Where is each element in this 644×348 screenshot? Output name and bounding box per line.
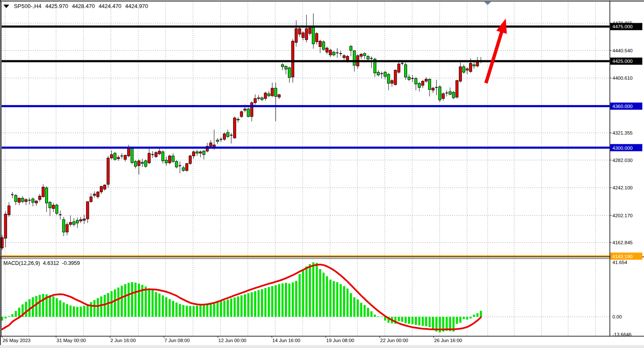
price-badge-label: 4143.190 — [612, 254, 633, 259]
candle-body — [233, 118, 236, 138]
candle-doji — [339, 53, 342, 54]
macd-bar — [374, 315, 376, 317]
candle-body — [404, 65, 407, 77]
macd-bar — [35, 296, 38, 317]
macd-bar — [233, 297, 236, 317]
candle-body — [72, 222, 75, 225]
candle-doji — [179, 165, 181, 166]
macd-bar — [244, 294, 246, 317]
macd-bar — [107, 293, 109, 317]
hline-support-4300[interactable] — [1, 147, 610, 149]
candle-body — [66, 224, 68, 232]
macd-bar — [203, 305, 205, 317]
macd-bar — [83, 306, 85, 317]
macd-bar — [418, 317, 420, 325]
candle-body — [131, 148, 133, 163]
macd-bar — [76, 307, 78, 317]
macd-bar — [247, 293, 250, 317]
price-label: 4242.100 — [612, 185, 633, 190]
candle-body — [209, 143, 212, 146]
candle-body — [45, 188, 48, 203]
candle-body — [470, 63, 472, 72]
candle-body — [158, 151, 161, 154]
candle-body — [367, 57, 369, 59]
macd-indicator-label: MACD(12,26,9) 4.6312 -0.3959 — [3, 260, 80, 266]
macd-bar — [425, 317, 427, 326]
candle-doji — [121, 156, 123, 156]
macd-bar — [124, 284, 126, 317]
macd-bar — [261, 289, 263, 317]
macd-bar — [476, 313, 478, 317]
candle-body — [449, 92, 451, 94]
candle-body — [302, 33, 304, 38]
candle-body — [384, 72, 386, 76]
macd-bar — [39, 295, 41, 317]
macd-bar — [131, 282, 133, 317]
candle-body — [292, 41, 294, 77]
candle-body — [38, 196, 41, 200]
hline-level-4425[interactable] — [1, 60, 610, 62]
candle-body — [264, 93, 267, 98]
candle-body — [90, 197, 92, 201]
macd-bar — [271, 286, 274, 317]
candle-doji — [381, 73, 383, 74]
candle-body — [175, 162, 178, 167]
price-label: 4400.610 — [612, 76, 633, 81]
macd-bar — [182, 305, 185, 317]
candle-body — [196, 152, 198, 153]
candle-body — [86, 202, 89, 219]
chart-title: SP500-,H4 4425.970 4428.470 4424.470 442… — [3, 3, 148, 9]
candle-body — [452, 92, 455, 98]
macd-bar — [411, 317, 413, 324]
macd-bar — [18, 308, 20, 317]
candle-body — [169, 156, 171, 163]
macd-bar — [138, 283, 140, 317]
candle-body — [97, 192, 99, 197]
macd-bar — [179, 304, 181, 317]
macd-bar — [66, 304, 68, 317]
macd-bar — [240, 295, 242, 317]
macd-bar — [398, 317, 400, 321]
macd-bar — [152, 290, 154, 317]
candle-body — [216, 140, 219, 141]
macd-bar — [15, 311, 17, 317]
symbol-dropdown-icon[interactable] — [3, 5, 9, 8]
macd-bar — [422, 317, 424, 326]
candle-body — [182, 168, 185, 171]
candle-body — [240, 112, 243, 116]
candle-body — [110, 154, 113, 158]
candle-body — [312, 27, 314, 44]
price-label: 4321.355 — [612, 130, 633, 135]
candle-body — [326, 48, 328, 52]
macd-bar — [275, 285, 277, 317]
macd-bar — [162, 295, 164, 317]
candle-body — [322, 42, 325, 49]
candle-body — [333, 52, 335, 55]
candle-body — [353, 51, 356, 65]
candle-body — [172, 156, 174, 162]
bottom-strip — [0, 345, 644, 348]
candle-doji — [445, 92, 448, 93]
hline-support-4360[interactable] — [1, 105, 610, 107]
macd-bar — [117, 288, 119, 317]
macd-bar — [306, 266, 308, 317]
time-label: 22 Jun 00:00 — [380, 338, 408, 343]
candle-body — [145, 161, 147, 166]
candle-body — [32, 199, 34, 202]
candle-body — [439, 87, 441, 100]
chart-background — [0, 0, 644, 348]
chart-canvas[interactable]: 4479.8654440.5404400.6104321.3554282.030… — [0, 0, 644, 348]
macd-bar — [473, 315, 475, 317]
macd-bar — [364, 305, 366, 317]
macd-bar — [237, 297, 239, 317]
macd-bar — [121, 286, 123, 317]
candle-body — [56, 205, 58, 213]
macd-bar — [463, 317, 465, 319]
macd-bar — [63, 302, 65, 317]
macd-name: MACD(12,26,9) — [3, 260, 40, 266]
candle-body — [244, 109, 246, 110]
time-label: 14 Jun 16:00 — [272, 338, 301, 343]
hline-resistance-4475[interactable] — [1, 25, 610, 27]
candle-body — [281, 65, 284, 67]
macd-bar — [196, 306, 198, 317]
